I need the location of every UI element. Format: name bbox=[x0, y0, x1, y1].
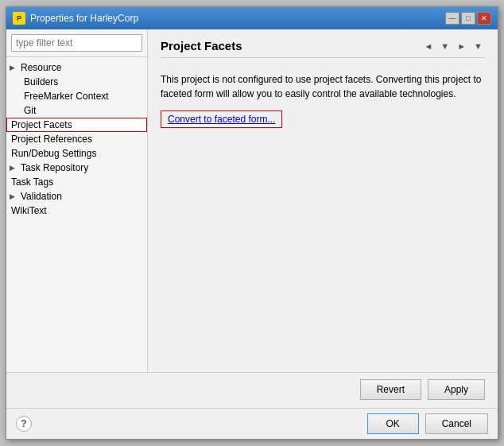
apply-button[interactable]: Apply bbox=[428, 379, 485, 400]
sidebar: ▶ Resource Builders FreeMarker Context G… bbox=[6, 29, 148, 372]
sidebar-item-resource[interactable]: ▶ Resource bbox=[6, 60, 147, 75]
title-buttons: — □ ✕ bbox=[445, 12, 491, 25]
main-window: P Properties for HarleyCorp — □ ✕ ▶ Reso… bbox=[6, 6, 498, 440]
sidebar-item-git[interactable]: Git bbox=[6, 103, 147, 118]
convert-link[interactable]: Convert to faceted form... bbox=[161, 111, 282, 128]
nav-dropdown2-button[interactable]: ▼ bbox=[471, 40, 485, 52]
footer-buttons: Revert Apply bbox=[6, 372, 498, 408]
sidebar-item-label: Validation bbox=[21, 191, 62, 202]
sidebar-item-label: WikiText bbox=[11, 205, 47, 216]
sidebar-item-project-facets[interactable]: Project Facets bbox=[6, 118, 147, 132]
sidebar-item-task-tags[interactable]: Task Tags bbox=[6, 175, 147, 189]
sidebar-item-label: Resource bbox=[21, 62, 61, 73]
minimize-button[interactable]: — bbox=[445, 12, 459, 25]
expand-arrow: ▶ bbox=[10, 192, 21, 200]
sidebar-item-validation[interactable]: ▶ Validation bbox=[6, 189, 147, 204]
expand-arrow: ▶ bbox=[10, 164, 21, 172]
tree-area: ▶ Resource Builders FreeMarker Context G… bbox=[6, 57, 147, 372]
window-title: Properties for HarleyCorp bbox=[30, 13, 138, 24]
search-input[interactable] bbox=[11, 34, 142, 52]
maximize-button[interactable]: □ bbox=[461, 12, 475, 25]
main-area: ▶ Resource Builders FreeMarker Context G… bbox=[6, 29, 498, 372]
expand-arrow: ▶ bbox=[10, 64, 21, 72]
sidebar-item-label: Builders bbox=[24, 76, 58, 87]
ok-button[interactable]: OK bbox=[367, 413, 419, 434]
sidebar-item-run-debug-settings[interactable]: Run/Debug Settings bbox=[6, 146, 147, 161]
cancel-button[interactable]: Cancel bbox=[425, 413, 488, 434]
sidebar-item-wikitext[interactable]: WikiText bbox=[6, 204, 147, 218]
nav-dropdown-button[interactable]: ▼ bbox=[438, 40, 452, 52]
window-content: ▶ Resource Builders FreeMarker Context G… bbox=[6, 29, 498, 439]
panel-nav: ◄ ▼ ► ▼ bbox=[421, 40, 485, 52]
panel-body: This project is not configured to use pr… bbox=[161, 66, 485, 363]
sidebar-item-project-references[interactable]: Project References bbox=[6, 132, 147, 146]
right-panel: Project Facets ◄ ▼ ► ▼ This project is n… bbox=[148, 29, 498, 372]
nav-back-button[interactable]: ◄ bbox=[421, 40, 435, 52]
sidebar-item-label: Git bbox=[24, 105, 36, 116]
sidebar-item-task-repository[interactable]: ▶ Task Repository bbox=[6, 161, 147, 175]
sidebar-item-label: FreeMarker Context bbox=[24, 91, 109, 102]
panel-description: This project is not configured to use pr… bbox=[161, 72, 485, 101]
ok-cancel-area: OK Cancel bbox=[367, 413, 488, 434]
help-button[interactable]: ? bbox=[16, 416, 32, 432]
title-bar-left: P Properties for HarleyCorp bbox=[13, 12, 138, 25]
sidebar-item-label: Task Tags bbox=[11, 176, 53, 188]
nav-fwd-button[interactable]: ► bbox=[455, 40, 468, 52]
close-button[interactable]: ✕ bbox=[477, 12, 491, 25]
sidebar-item-freemarker-context[interactable]: FreeMarker Context bbox=[6, 89, 147, 103]
panel-title: Project Facets bbox=[161, 39, 242, 52]
panel-title-bar: Project Facets ◄ ▼ ► ▼ bbox=[161, 39, 485, 58]
bottom-bar: ? OK Cancel bbox=[6, 408, 498, 439]
sidebar-item-label: Task Repository bbox=[21, 162, 88, 173]
sidebar-item-label: Project Facets bbox=[11, 119, 72, 130]
sidebar-item-builders[interactable]: Builders bbox=[6, 75, 147, 89]
title-bar: P Properties for HarleyCorp — □ ✕ bbox=[6, 7, 498, 29]
search-bar bbox=[6, 29, 147, 57]
sidebar-item-label: Project References bbox=[11, 134, 92, 145]
window-icon: P bbox=[13, 12, 25, 25]
sidebar-item-label: Run/Debug Settings bbox=[11, 148, 96, 159]
revert-button[interactable]: Revert bbox=[360, 379, 421, 400]
